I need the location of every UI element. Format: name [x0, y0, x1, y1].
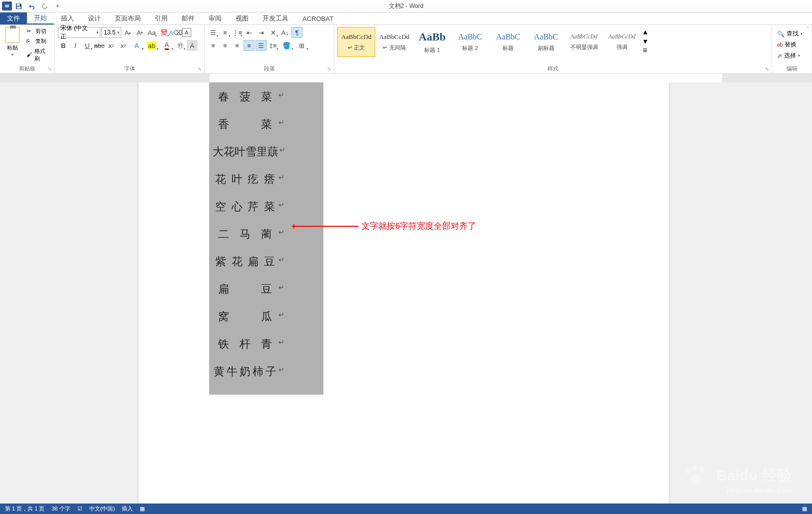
line-spacing-button[interactable]: ‡≡ [268, 40, 278, 51]
style-0[interactable]: AaBbCcDd↵ 正文 [337, 27, 375, 57]
tab-references[interactable]: 引用 [148, 12, 175, 24]
style-label: 标题 2 [462, 44, 478, 52]
italic-button[interactable]: I [70, 40, 81, 51]
shrink-font-button[interactable]: A▾ [134, 27, 145, 38]
text-line[interactable]: 黄牛奶柿子↵ [213, 366, 284, 377]
text-effects-button[interactable]: A [130, 40, 144, 51]
replace-button[interactable]: ab替换 [775, 40, 799, 49]
styles-down[interactable]: ▾ [641, 36, 649, 46]
text-line[interactable]: 花叶疙瘩↵ [213, 174, 284, 185]
tab-file[interactable]: 文件 [0, 12, 27, 24]
clipboard-launcher[interactable]: ⤡ [46, 65, 53, 72]
tab-acrobat[interactable]: ACROBAT [295, 12, 340, 24]
styles-launcher[interactable]: ⤡ [764, 65, 771, 72]
bullets-button[interactable]: ☰ [208, 27, 219, 38]
macro-icon[interactable]: ▦ [140, 506, 145, 512]
text-line[interactable]: 春菠菜↵ [213, 91, 284, 102]
language-status[interactable]: 中文(中国) [89, 505, 115, 513]
align-left-button[interactable]: ≡ [208, 40, 219, 51]
page-status[interactable]: 第 1 页，共 1 页 [5, 505, 44, 513]
text-line[interactable]: 香菜↵ [213, 119, 284, 130]
shading-button[interactable]: 🪣 [279, 40, 293, 51]
styles-up[interactable]: ▴ [641, 27, 649, 36]
align-center-button[interactable]: ≡ [220, 40, 231, 51]
select-button[interactable]: ⬀选择▾ [775, 51, 802, 60]
highlight-button[interactable]: ab [145, 40, 159, 51]
underline-button[interactable]: U [82, 40, 93, 51]
paste-button[interactable]: 粘贴 ▾ [3, 27, 22, 57]
borders-button[interactable]: ⊞ [294, 40, 308, 51]
tab-developer[interactable]: 开发工具 [256, 12, 295, 24]
insert-mode[interactable]: 插入 [122, 505, 133, 513]
font-size-combo[interactable]: 13.5 [101, 27, 121, 38]
style-7[interactable]: AaBbCcDd强调 [603, 27, 641, 57]
qat-customize[interactable]: ▾ [53, 1, 62, 10]
change-case-button[interactable]: Aa [146, 27, 157, 38]
tab-review[interactable]: 审阅 [202, 12, 229, 24]
decrease-indent-button[interactable]: ⇤ [244, 27, 255, 38]
text-line[interactable]: 扁豆↵ [213, 284, 284, 295]
font-color-button[interactable]: A [160, 40, 174, 51]
style-3[interactable]: AaBbC标题 2 [451, 27, 489, 57]
superscript-button[interactable]: x2 [118, 40, 129, 51]
spell-check-icon[interactable]: ☑ [77, 506, 82, 512]
undo-button[interactable] [27, 1, 36, 10]
view-print-layout[interactable]: ▦ [802, 506, 807, 512]
distribute-button[interactable]: ☰ [256, 40, 267, 51]
style-5[interactable]: AaBbC副标题 [527, 27, 565, 57]
style-preview: AaBbC [534, 32, 558, 41]
subscript-button[interactable]: x2 [106, 40, 117, 51]
text-line[interactable]: 紫花扁豆↵ [213, 256, 284, 267]
save-button[interactable] [14, 1, 23, 10]
increase-indent-button[interactable]: ⇥ [256, 27, 267, 38]
sort-button[interactable]: A↓ [279, 27, 290, 38]
group-clipboard: 粘贴 ▾ ✂剪切 ⎘复制 🖌格式刷 剪贴板 ⤡ [0, 25, 55, 73]
tab-design[interactable]: 设计 [81, 12, 108, 24]
cursor-icon: ⬀ [777, 52, 782, 59]
styles-more[interactable]: ≡ [641, 46, 649, 55]
justify-button[interactable]: ≡ [244, 40, 255, 51]
page[interactable]: 春菠菜↵香菜↵大花叶雪里蕻↵花叶疙瘩↵空心芹菜↵二马蔺↵紫花扁豆↵扁豆↵窝瓜↵铁… [139, 82, 669, 504]
bold-button[interactable]: B [58, 40, 69, 51]
character-border-button[interactable]: A [182, 28, 191, 37]
document-area[interactable]: 春菠菜↵香菜↵大花叶雪里蕻↵花叶疙瘩↵空心芹菜↵二马蔺↵紫花扁豆↵扁豆↵窝瓜↵铁… [0, 82, 812, 504]
tab-home[interactable]: 开始 [27, 12, 54, 24]
tab-mailings[interactable]: 邮件 [175, 12, 202, 24]
style-4[interactable]: AaBbC标题 [489, 27, 527, 57]
font-name-combo[interactable]: 宋体 (中文正 [58, 27, 100, 38]
style-preview: AaBbCcDd [379, 33, 410, 41]
copy-button[interactable]: ⎘复制 [24, 37, 51, 45]
char-shading-button[interactable]: A [187, 40, 198, 51]
document-content[interactable]: 春菠菜↵香菜↵大花叶雪里蕻↵花叶疙瘩↵空心芹菜↵二马蔺↵紫花扁豆↵扁豆↵窝瓜↵铁… [213, 91, 284, 394]
text-line[interactable]: 二马蔺↵ [213, 229, 284, 240]
numbering-button[interactable]: ≡ [220, 27, 231, 38]
paragraph-launcher[interactable]: ⤡ [326, 65, 333, 72]
collapse-ribbon-button[interactable]: ˇ [807, 26, 809, 32]
horizontal-ruler[interactable] [0, 74, 812, 83]
style-1[interactable]: AaBbCcDd↵ 无间隔 [375, 27, 413, 57]
style-2[interactable]: AaBb标题 1 [413, 27, 451, 57]
phonetic-guide-button[interactable]: 變 [158, 27, 169, 38]
show-marks-button[interactable]: ¶ [291, 27, 302, 38]
enclose-char-button[interactable]: ㊕ [175, 40, 186, 51]
text-line[interactable]: 空心芹菜↵ [213, 201, 284, 212]
grow-font-button[interactable]: A▴ [122, 27, 133, 38]
redo-button[interactable] [40, 1, 49, 10]
strikethrough-button[interactable]: abc [94, 40, 105, 51]
multilevel-list-button[interactable]: ⋮≡ [232, 27, 243, 38]
format-painter-button[interactable]: 🖌格式刷 [24, 47, 51, 63]
style-6[interactable]: AaBbCcDd不明显强调 [565, 27, 603, 57]
tab-layout[interactable]: 页面布局 [108, 12, 148, 24]
font-launcher[interactable]: ⤡ [196, 65, 203, 72]
text-line[interactable]: 铁杆青↵ [213, 339, 284, 350]
text-line[interactable]: 窝瓜↵ [213, 311, 284, 322]
asian-layout-button[interactable]: ✕ [268, 27, 278, 38]
word-count[interactable]: 38 个字 [51, 505, 70, 513]
find-button[interactable]: 🔍查找▾ [775, 29, 805, 38]
tab-view[interactable]: 视图 [229, 12, 256, 24]
tab-insert[interactable]: 插入 [54, 12, 81, 24]
align-right-button[interactable]: ≡ [232, 40, 243, 51]
text-line[interactable]: 大花叶雪里蕻↵ [213, 146, 284, 157]
clear-format-button[interactable]: A⌫ [170, 27, 181, 38]
cut-button[interactable]: ✂剪切 [24, 27, 51, 35]
